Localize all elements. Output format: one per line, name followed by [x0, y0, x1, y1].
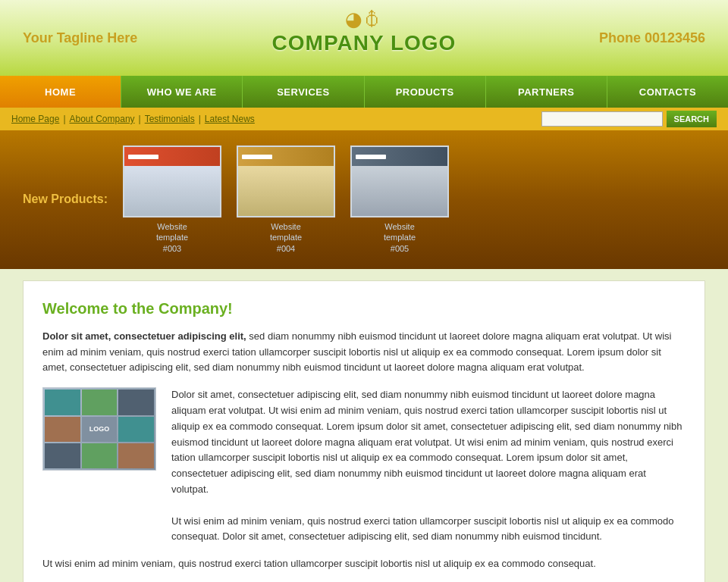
breadcrumb-sep-2: | — [139, 114, 141, 124]
breadcrumb-sep-3: | — [199, 114, 201, 124]
thumb-cell-2 — [82, 390, 118, 415]
content-thumbnail: LOGO — [42, 387, 156, 471]
tagline: Your Tagline Here — [23, 30, 137, 46]
nav-item-services[interactable]: SERVICES — [243, 76, 364, 108]
body-text-2: Ut wisi enim ad minim veniam, quis nostr… — [171, 515, 674, 543]
breadcrumb-links: Home Page | About Company | Testimonials… — [11, 114, 541, 124]
search-area: SEARCH — [541, 111, 717, 127]
logo-text: COMPANY LOGO — [272, 31, 457, 55]
logo-area: ◕⦽ COMPANY LOGO — [272, 8, 457, 55]
main-content: Welcome to the Company! Dolor sit amet, … — [23, 280, 705, 582]
body-text: Dolor sit amet, consectetuer adipiscing … — [171, 389, 682, 495]
thumb-cell-6 — [45, 443, 80, 468]
bottom-text: Ut wisi enim ad minim veniam, quis nostr… — [42, 556, 686, 572]
breadcrumb-home[interactable]: Home Page — [11, 114, 59, 124]
welcome-title: Welcome to the Company! — [42, 300, 686, 318]
product-thumb-2[interactable] — [237, 146, 335, 217]
content-image: LOGO — [42, 387, 156, 545]
thumb-cell-3 — [118, 390, 154, 415]
product-item-3: Websitetemplate#005 — [350, 146, 449, 254]
thumb-cell-4 — [45, 417, 80, 442]
main-navigation: HOME WHO WE ARE SERVICES PRODUCTS PARTNE… — [0, 76, 728, 108]
search-button[interactable]: SEARCH — [667, 111, 717, 127]
nav-item-home[interactable]: HOME — [0, 76, 121, 108]
phone-number: Phone 00123456 — [599, 30, 705, 46]
products-banner: New Products: Websitetemplate#003 Websit… — [0, 130, 728, 269]
nav-item-partners[interactable]: PARTNERS — [486, 76, 607, 108]
intro-bold: Dolor sit amet, consectetuer adipiscing … — [42, 330, 246, 342]
breadcrumb-sep-1: | — [63, 114, 65, 124]
content-body: LOGO Dolor sit amet, consectetuer adipis… — [42, 387, 686, 545]
search-input[interactable] — [541, 111, 663, 127]
header: Your Tagline Here ◕⦽ COMPANY LOGO Phone … — [0, 0, 728, 76]
product-label-2: Websitetemplate#004 — [270, 221, 302, 254]
nav-item-who-we-are[interactable]: WHO WE ARE — [121, 76, 243, 108]
product-label-1: Websitetemplate#003 — [156, 221, 188, 254]
product-label-3: Websitetemplate#005 — [384, 221, 416, 254]
breadcrumb-about[interactable]: About Company — [70, 114, 135, 124]
thumb-cell-1 — [45, 390, 80, 415]
new-products-label: New Products: — [23, 192, 108, 208]
breadcrumb-testimonials[interactable]: Testimonials — [145, 114, 195, 124]
thumb-cell-8 — [118, 443, 154, 468]
thumb-cell-7 — [82, 443, 118, 468]
breadcrumb-news[interactable]: Latest News — [205, 114, 255, 124]
product-thumb-3[interactable] — [350, 146, 449, 217]
nav-item-contacts[interactable]: CONTACTS — [607, 76, 728, 108]
product-item-2: Websitetemplate#004 — [237, 146, 335, 254]
thumb-cell-logo: LOGO — [82, 417, 118, 442]
breadcrumb-bar: Home Page | About Company | Testimonials… — [0, 108, 728, 130]
nav-item-products[interactable]: PRODUCTS — [365, 76, 486, 108]
product-item-1: Websitetemplate#003 — [123, 146, 221, 254]
content-text: Dolor sit amet, consectetuer adipiscing … — [171, 387, 686, 545]
logo-icon: ◕⦽ — [272, 8, 457, 31]
intro-paragraph: Dolor sit amet, consectetuer adipiscing … — [42, 329, 686, 376]
product-thumb-1[interactable] — [123, 146, 221, 217]
thumb-cell-5 — [118, 417, 154, 442]
